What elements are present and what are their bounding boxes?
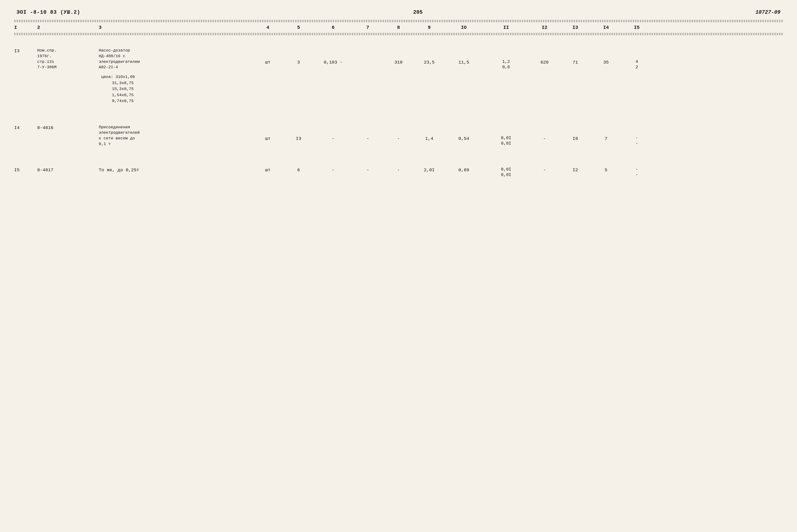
col-header-13: I3 <box>560 25 591 30</box>
row-i4-col11: 0,0I 0,0I <box>483 125 529 147</box>
header-right: 18727-09 <box>755 10 780 15</box>
col-header-15: I5 <box>622 25 652 30</box>
col-header-4: 4 <box>253 25 283 30</box>
row-i3-col10: 11,5 <box>445 48 483 66</box>
row-i4-col12: - <box>529 125 560 142</box>
table-row: I3 Ном.спр. 1976г. стр.131 7-У-306М Насо… <box>14 43 783 107</box>
col-header-2: 2 <box>37 25 99 30</box>
row-i5-col7: - <box>352 167 383 174</box>
row-i3-col11: 1,2 0,6 <box>483 48 529 70</box>
col-header-5: 5 <box>283 25 314 30</box>
row-i5-col6: - <box>314 167 352 174</box>
col-header-6: 6 <box>314 25 352 30</box>
row-i3-col3: Насос-дозатор НД-400/16 с электродвигате… <box>99 48 253 104</box>
row-i4-col2: 8-4816 <box>37 125 99 131</box>
row-i5-col5: 6 <box>283 167 314 174</box>
row-i3-col1: I3 <box>14 48 37 55</box>
price-block: цена: 310х1,09 31,3х0,75 15,3х0,75 1,54х… <box>99 74 135 104</box>
row-i4-col1: I4 <box>14 125 37 131</box>
row-i4-col10: 0,54 <box>445 125 483 142</box>
row-i5-col4: шт <box>253 167 283 174</box>
row-i5-col10: 0,89 <box>445 167 483 174</box>
row-i4-col4: шт <box>253 125 283 142</box>
col-header-3: 3 <box>99 25 253 30</box>
row-i4-col8: - <box>383 125 414 142</box>
row-i4-col9: 1,4 <box>414 125 445 142</box>
col-header-7: 7 <box>352 25 383 30</box>
row-i5-col15: - - <box>622 167 652 178</box>
header-center: 205 <box>413 10 423 15</box>
header-left: ЭОI -8-10 83 (УШ.2) <box>17 10 80 15</box>
row-i3-col12: 620 <box>529 48 560 66</box>
page-header: ЭОI -8-10 83 (УШ.2) 205 18727-09 <box>14 10 783 15</box>
col-header-1: I <box>14 25 37 30</box>
row-i5-col11: 0,0I 0,0I <box>483 167 529 178</box>
row-i5-col3: То же, до 0,25т <box>99 167 253 174</box>
col-header-10: IO <box>445 25 483 30</box>
header-bottom-border-1 <box>14 33 783 34</box>
row-i3-col13: 71 <box>560 48 591 66</box>
row-i3-col6: 0,103 - <box>314 48 352 66</box>
col-header-9: 9 <box>414 25 445 30</box>
col-header-14: I4 <box>591 25 622 30</box>
row-i4-col7: - <box>352 125 383 142</box>
col-header-12: I2 <box>529 25 560 30</box>
row-i4-col3: Присоединения электродвигателей к сети в… <box>99 125 253 147</box>
page-container: ЭОI -8-10 83 (УШ.2) 205 18727-09 I 2 3 4… <box>14 10 783 180</box>
row-i3-col2: Ном.спр. 1976г. стр.131 7-У-306М <box>37 48 99 70</box>
row-i4-col6: - <box>314 125 352 142</box>
top-border-2 <box>14 21 783 22</box>
row-i3-col15: 4 2 <box>622 48 652 70</box>
col-header-11: II <box>483 25 529 30</box>
row-i3-col9: 23,5 <box>414 48 445 66</box>
row-i3-col4: шт <box>253 48 283 66</box>
top-border <box>14 20 783 21</box>
row-i5-col2: 8-4817 <box>37 167 99 174</box>
col-header-8: 8 <box>383 25 414 30</box>
row-i4-col15: - - <box>622 125 652 147</box>
row-i4-col13: I8 <box>560 125 591 142</box>
row-i3-col8: 310 <box>383 48 414 66</box>
row-i5-col14: 5 <box>591 167 622 174</box>
row-i4-col5: I3 <box>283 125 314 142</box>
row-i5-col1: I5 <box>14 167 37 174</box>
row-i4-col14: 7 <box>591 125 622 142</box>
row-i5-col8: - <box>383 167 414 174</box>
row-i3-col7 <box>352 48 383 59</box>
table-row: I4 8-4816 Присоединения электродвигателе… <box>14 121 783 149</box>
main-table: I 2 3 4 5 6 7 8 9 <box>14 20 783 180</box>
row-i5-col9: 2,0I <box>414 167 445 174</box>
column-headers: I 2 3 4 5 6 7 8 9 <box>14 23 783 32</box>
row-i5-col13: I2 <box>560 167 591 174</box>
row-i3-col14: 35 <box>591 48 622 66</box>
row-i3-col5: 3 <box>283 48 314 66</box>
row-i5-col12: - <box>529 167 560 174</box>
table-row: I5 8-4817 То же, до 0,25т шт 6 - - - <box>14 163 783 180</box>
header-bottom-border-2 <box>14 35 783 35</box>
